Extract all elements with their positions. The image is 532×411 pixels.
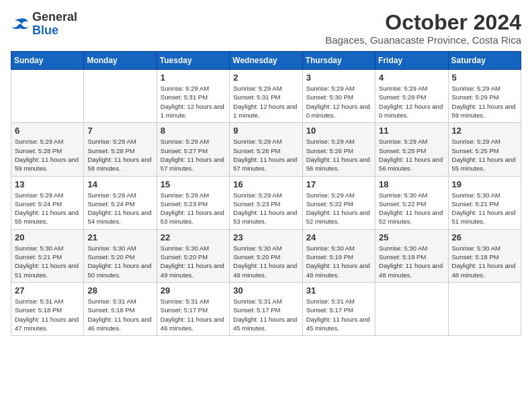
day-number: 28	[87, 285, 152, 295]
day-number: 4	[379, 73, 444, 83]
day-number: 16	[233, 179, 298, 189]
day-number: 27	[15, 285, 80, 295]
calendar-cell: 6Sunrise: 5:29 AM Sunset: 5:28 PM Daylig…	[11, 123, 84, 176]
day-number: 23	[233, 232, 298, 242]
logo: General Blue	[11, 11, 77, 38]
calendar-cell: 31Sunrise: 5:31 AM Sunset: 5:17 PM Dayli…	[302, 282, 375, 335]
day-info: Sunrise: 5:29 AM Sunset: 5:29 PM Dayligh…	[452, 84, 517, 120]
day-number: 5	[452, 73, 517, 83]
calendar-cell	[84, 70, 157, 123]
day-number: 11	[379, 126, 444, 136]
title-block: October 2024 Bagaces, Guanacaste Provinc…	[325, 11, 521, 46]
calendar-cell: 11Sunrise: 5:29 AM Sunset: 5:25 PM Dayli…	[375, 123, 448, 176]
calendar-cell	[448, 282, 521, 335]
calendar-cell: 3Sunrise: 5:29 AM Sunset: 5:30 PM Daylig…	[302, 70, 375, 123]
day-number: 3	[306, 73, 371, 83]
day-info: Sunrise: 5:29 AM Sunset: 5:24 PM Dayligh…	[15, 191, 80, 226]
calendar-header-sunday: Sunday	[11, 52, 84, 70]
day-info: Sunrise: 5:30 AM Sunset: 5:21 PM Dayligh…	[15, 244, 80, 279]
calendar-cell: 4Sunrise: 5:29 AM Sunset: 5:29 PM Daylig…	[375, 70, 448, 123]
day-info: Sunrise: 5:31 AM Sunset: 5:18 PM Dayligh…	[87, 297, 152, 332]
calendar-cell: 7Sunrise: 5:29 AM Sunset: 5:28 PM Daylig…	[84, 123, 157, 176]
calendar-header-row: SundayMondayTuesdayWednesdayThursdayFrid…	[11, 52, 521, 70]
calendar-cell	[11, 70, 84, 123]
day-info: Sunrise: 5:30 AM Sunset: 5:20 PM Dayligh…	[233, 244, 298, 279]
calendar-header-saturday: Saturday	[448, 52, 521, 70]
day-number: 6	[15, 126, 80, 136]
day-info: Sunrise: 5:29 AM Sunset: 5:26 PM Dayligh…	[233, 137, 298, 173]
day-number: 8	[161, 126, 226, 136]
calendar-cell: 21Sunrise: 5:30 AM Sunset: 5:20 PM Dayli…	[84, 229, 157, 282]
calendar-week-2: 6Sunrise: 5:29 AM Sunset: 5:28 PM Daylig…	[11, 123, 521, 176]
day-info: Sunrise: 5:30 AM Sunset: 5:22 PM Dayligh…	[379, 191, 444, 226]
day-number: 13	[15, 179, 80, 189]
day-info: Sunrise: 5:29 AM Sunset: 5:22 PM Dayligh…	[306, 191, 371, 226]
day-number: 12	[452, 126, 517, 136]
day-number: 22	[161, 232, 226, 242]
day-number: 17	[306, 179, 371, 189]
calendar-cell: 29Sunrise: 5:31 AM Sunset: 5:17 PM Dayli…	[157, 282, 229, 335]
day-info: Sunrise: 5:29 AM Sunset: 5:28 PM Dayligh…	[87, 137, 152, 173]
day-info: Sunrise: 5:29 AM Sunset: 5:25 PM Dayligh…	[379, 137, 444, 173]
day-number: 19	[452, 179, 517, 189]
day-info: Sunrise: 5:31 AM Sunset: 5:17 PM Dayligh…	[161, 297, 226, 332]
location-subtitle: Bagaces, Guanacaste Province, Costa Rica	[325, 34, 521, 46]
calendar-cell: 16Sunrise: 5:29 AM Sunset: 5:23 PM Dayli…	[230, 176, 302, 229]
calendar-header-wednesday: Wednesday	[230, 52, 302, 70]
calendar-cell: 1Sunrise: 5:29 AM Sunset: 5:31 PM Daylig…	[157, 70, 229, 123]
calendar-cell: 25Sunrise: 5:30 AM Sunset: 5:19 PM Dayli…	[375, 229, 448, 282]
day-number: 21	[87, 232, 152, 242]
day-number: 30	[233, 285, 298, 295]
day-info: Sunrise: 5:29 AM Sunset: 5:30 PM Dayligh…	[306, 84, 371, 120]
calendar-week-4: 20Sunrise: 5:30 AM Sunset: 5:21 PM Dayli…	[11, 229, 521, 282]
day-info: Sunrise: 5:29 AM Sunset: 5:27 PM Dayligh…	[161, 137, 226, 173]
day-number: 26	[452, 232, 517, 242]
calendar-cell: 27Sunrise: 5:31 AM Sunset: 5:18 PM Dayli…	[11, 282, 84, 335]
calendar-cell: 28Sunrise: 5:31 AM Sunset: 5:18 PM Dayli…	[84, 282, 157, 335]
day-number: 1	[161, 73, 226, 83]
calendar-cell: 8Sunrise: 5:29 AM Sunset: 5:27 PM Daylig…	[157, 123, 229, 176]
day-number: 14	[87, 179, 152, 189]
calendar-cell: 22Sunrise: 5:30 AM Sunset: 5:20 PM Dayli…	[157, 229, 229, 282]
day-number: 9	[233, 126, 298, 136]
month-year-title: October 2024	[325, 11, 521, 34]
calendar-cell: 12Sunrise: 5:29 AM Sunset: 5:25 PM Dayli…	[448, 123, 521, 176]
calendar-cell: 18Sunrise: 5:30 AM Sunset: 5:22 PM Dayli…	[375, 176, 448, 229]
day-info: Sunrise: 5:29 AM Sunset: 5:28 PM Dayligh…	[15, 137, 80, 173]
day-info: Sunrise: 5:31 AM Sunset: 5:17 PM Dayligh…	[233, 297, 298, 332]
page-header: General Blue October 2024 Bagaces, Guana…	[11, 11, 521, 46]
calendar-table: SundayMondayTuesdayWednesdayThursdayFrid…	[11, 51, 521, 336]
day-info: Sunrise: 5:29 AM Sunset: 5:23 PM Dayligh…	[161, 191, 226, 226]
day-info: Sunrise: 5:30 AM Sunset: 5:20 PM Dayligh…	[87, 244, 152, 279]
day-info: Sunrise: 5:29 AM Sunset: 5:31 PM Dayligh…	[161, 84, 226, 120]
day-info: Sunrise: 5:29 AM Sunset: 5:23 PM Dayligh…	[233, 191, 298, 226]
logo-text: General Blue	[32, 11, 77, 38]
calendar-cell: 17Sunrise: 5:29 AM Sunset: 5:22 PM Dayli…	[302, 176, 375, 229]
day-number: 29	[161, 285, 226, 295]
calendar-cell: 26Sunrise: 5:30 AM Sunset: 5:18 PM Dayli…	[448, 229, 521, 282]
day-info: Sunrise: 5:29 AM Sunset: 5:26 PM Dayligh…	[306, 137, 371, 173]
calendar-header-monday: Monday	[84, 52, 157, 70]
calendar-cell: 23Sunrise: 5:30 AM Sunset: 5:20 PM Dayli…	[230, 229, 302, 282]
calendar-cell	[375, 282, 448, 335]
calendar-header-thursday: Thursday	[302, 52, 375, 70]
calendar-header-tuesday: Tuesday	[157, 52, 229, 70]
day-info: Sunrise: 5:29 AM Sunset: 5:31 PM Dayligh…	[233, 84, 298, 120]
day-info: Sunrise: 5:30 AM Sunset: 5:20 PM Dayligh…	[161, 244, 226, 279]
day-number: 15	[161, 179, 226, 189]
day-number: 20	[15, 232, 80, 242]
calendar-header-friday: Friday	[375, 52, 448, 70]
day-info: Sunrise: 5:29 AM Sunset: 5:24 PM Dayligh…	[87, 191, 152, 226]
calendar-cell: 5Sunrise: 5:29 AM Sunset: 5:29 PM Daylig…	[448, 70, 521, 123]
calendar-cell: 10Sunrise: 5:29 AM Sunset: 5:26 PM Dayli…	[302, 123, 375, 176]
day-info: Sunrise: 5:29 AM Sunset: 5:25 PM Dayligh…	[452, 137, 517, 173]
logo-bird-icon	[11, 16, 30, 32]
calendar-cell: 15Sunrise: 5:29 AM Sunset: 5:23 PM Dayli…	[157, 176, 229, 229]
day-number: 25	[379, 232, 444, 242]
calendar-week-1: 1Sunrise: 5:29 AM Sunset: 5:31 PM Daylig…	[11, 70, 521, 123]
day-number: 31	[306, 285, 371, 295]
calendar-cell: 24Sunrise: 5:30 AM Sunset: 5:19 PM Dayli…	[302, 229, 375, 282]
day-number: 7	[87, 126, 152, 136]
calendar-week-5: 27Sunrise: 5:31 AM Sunset: 5:18 PM Dayli…	[11, 282, 521, 335]
calendar-week-3: 13Sunrise: 5:29 AM Sunset: 5:24 PM Dayli…	[11, 176, 521, 229]
